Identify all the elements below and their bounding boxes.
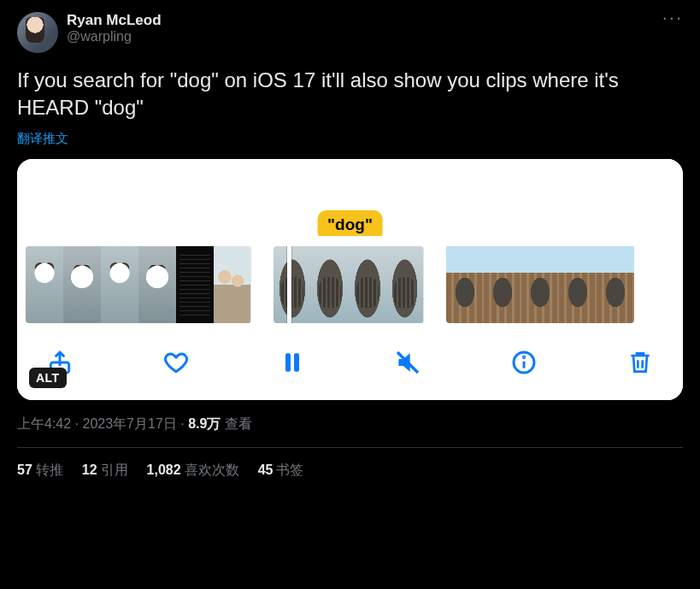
alt-badge[interactable]: ALT	[29, 368, 67, 388]
clip-group[interactable]	[274, 246, 424, 323]
clip-thumb[interactable]	[138, 246, 176, 323]
clip-thumb[interactable]	[274, 246, 311, 323]
meta-time[interactable]: 上午4:42	[17, 416, 71, 431]
heart-icon	[162, 349, 190, 376]
media-toolbar	[17, 323, 683, 400]
media-header-area: "dog"	[17, 159, 683, 236]
like-button[interactable]	[159, 345, 193, 380]
clip-thumb[interactable]	[484, 246, 521, 323]
pause-icon	[279, 349, 306, 376]
svg-rect-1	[285, 353, 291, 371]
playhead[interactable]	[287, 246, 291, 323]
clip-thumb[interactable]	[386, 246, 424, 323]
clip-thumb[interactable]	[446, 246, 484, 323]
retweets-label: 转推	[36, 462, 63, 477]
stat-bookmarks[interactable]: 45书签	[258, 462, 304, 480]
quotes-count: 12	[82, 462, 97, 477]
clip-group[interactable]	[26, 246, 251, 323]
info-icon	[510, 349, 538, 376]
clip-strip[interactable]	[17, 236, 683, 323]
trash-icon	[626, 349, 654, 376]
display-name: Ryan McLeod	[67, 12, 654, 29]
likes-count: 1,082	[147, 462, 181, 477]
stat-quotes[interactable]: 12引用	[82, 462, 128, 480]
clip-thumb[interactable]	[597, 246, 634, 323]
tweet-text: If you search for "dog" on iOS 17 it'll …	[17, 67, 683, 122]
likes-label: 喜欢次数	[185, 462, 239, 477]
meta-date[interactable]: 2023年7月17日	[82, 416, 176, 431]
clip-thumb[interactable]	[101, 246, 138, 323]
clip-group[interactable]	[446, 246, 634, 323]
delete-button[interactable]	[623, 345, 657, 380]
svg-rect-2	[294, 353, 299, 371]
avatar[interactable]	[17, 12, 58, 53]
views-label: 查看	[225, 416, 252, 431]
clip-thumb[interactable]	[214, 246, 251, 323]
bookmarks-count: 45	[258, 462, 274, 477]
tweet-stats: 57转推 12引用 1,082喜欢次数 45书签	[17, 448, 683, 492]
pause-button[interactable]	[275, 345, 309, 380]
more-button[interactable]: ···	[662, 12, 683, 22]
quotes-label: 引用	[101, 462, 128, 477]
views-count: 8.9万	[188, 416, 221, 431]
clip-thumb[interactable]	[311, 246, 349, 323]
tweet-meta: 上午4:42 · 2023年7月17日 · 8.9万 查看	[17, 415, 683, 433]
clip-thumb[interactable]	[559, 246, 597, 323]
clip-thumb[interactable]	[521, 246, 559, 323]
author-names[interactable]: Ryan McLeod @warpling	[67, 12, 654, 44]
clip-thumb[interactable]	[349, 246, 386, 323]
user-handle: @warpling	[67, 29, 654, 44]
svg-point-6	[524, 356, 525, 357]
stat-likes[interactable]: 1,082喜欢次数	[147, 462, 239, 480]
clip-thumb[interactable]	[63, 246, 101, 323]
tweet: Ryan McLeod @warpling ··· If you search …	[0, 0, 700, 492]
retweets-count: 57	[17, 462, 32, 477]
clip-thumb[interactable]	[176, 246, 214, 323]
info-button[interactable]	[507, 345, 541, 380]
tweet-header: Ryan McLeod @warpling ···	[17, 12, 683, 53]
bookmarks-label: 书签	[276, 462, 303, 477]
mute-button[interactable]	[391, 345, 425, 380]
clip-thumb[interactable]	[26, 246, 63, 323]
mute-icon	[394, 349, 421, 376]
translate-link[interactable]: 翻译推文	[17, 131, 68, 147]
media-card[interactable]: "dog"	[17, 159, 683, 400]
stat-retweets[interactable]: 57转推	[17, 462, 63, 480]
